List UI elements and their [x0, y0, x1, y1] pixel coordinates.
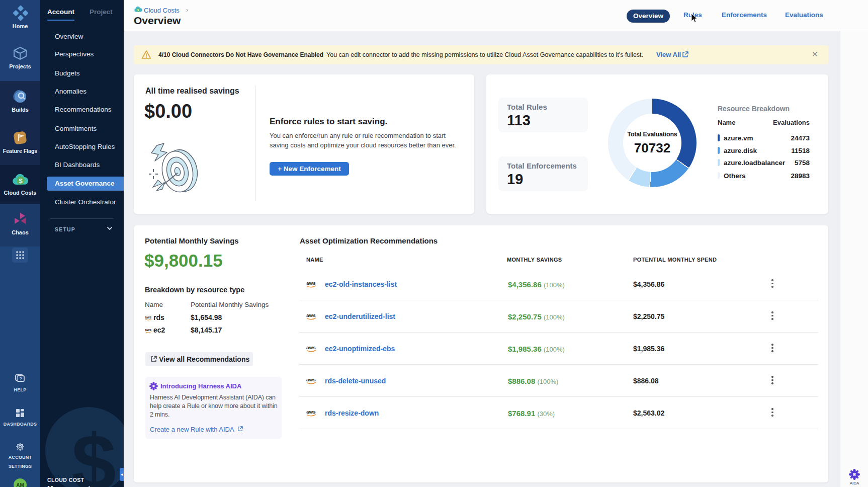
svg-text:aws: aws — [306, 409, 316, 415]
svg-text:aws: aws — [306, 345, 316, 350]
svg-text:aws: aws — [145, 328, 151, 332]
svg-text:AM: AM — [16, 482, 24, 487]
svg-text:aws: aws — [306, 377, 316, 382]
svg-text:?: ? — [19, 376, 22, 381]
svg-text:aws: aws — [306, 312, 316, 318]
svg-text:$: $ — [19, 177, 23, 185]
svg-text:aws: aws — [306, 280, 316, 286]
svg-text:aws: aws — [145, 315, 151, 319]
